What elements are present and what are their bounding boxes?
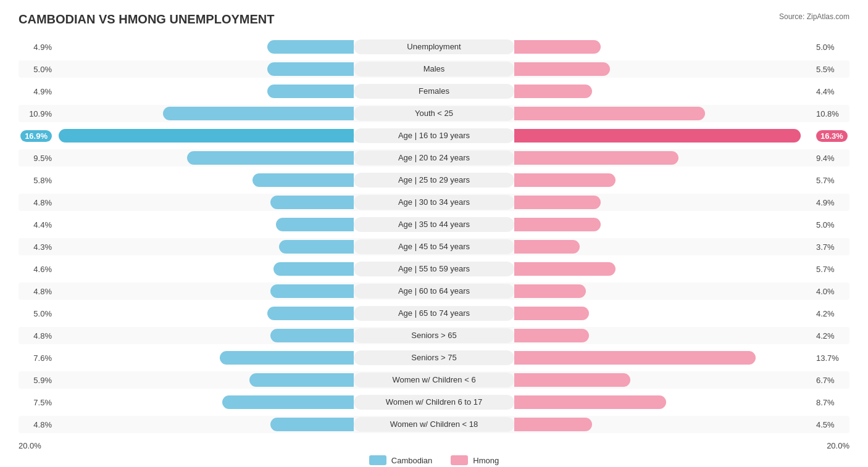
right-bar-wrap xyxy=(514,284,812,298)
left-bar xyxy=(279,240,354,254)
left-bar-wrap xyxy=(56,107,354,120)
left-value: 4.9% xyxy=(19,87,56,96)
left-bar xyxy=(267,307,354,320)
center-label: Women w/ Children 6 to 17 xyxy=(354,395,514,410)
right-bar-wrap xyxy=(514,395,812,409)
chart-row: 4.4% Age | 35 to 44 years 5.0% xyxy=(19,214,849,235)
right-value: 13.7% xyxy=(812,353,849,363)
right-value: 8.7% xyxy=(812,398,849,407)
row-inner: 4.8% Seniors > 65 4.2% xyxy=(19,327,849,344)
left-value: 4.4% xyxy=(19,220,56,229)
right-bar-wrap xyxy=(514,329,812,342)
left-bar-wrap xyxy=(56,62,354,76)
center-label: Age | 20 to 24 years xyxy=(354,151,514,165)
right-bar xyxy=(514,418,592,431)
right-bar xyxy=(514,173,616,187)
left-value: 7.5% xyxy=(19,398,56,407)
legend-cambodian: Cambodian xyxy=(369,455,433,465)
row-inner: 7.6% Seniors > 75 13.7% xyxy=(19,349,849,366)
right-bar xyxy=(514,218,601,231)
left-value: 4.9% xyxy=(19,43,56,52)
left-bar-wrap xyxy=(56,262,354,276)
chart-row: 7.6% Seniors > 75 13.7% xyxy=(19,347,849,368)
left-bar-wrap xyxy=(56,351,354,365)
left-value: 4.8% xyxy=(19,198,56,207)
center-label: Women w/ Children < 6 xyxy=(354,373,514,387)
right-bar-wrap xyxy=(514,85,812,98)
right-bar xyxy=(514,85,592,98)
row-inner: 7.5% Women w/ Children 6 to 17 8.7% xyxy=(19,394,849,411)
center-label: Males xyxy=(354,62,514,76)
right-value: 5.7% xyxy=(812,265,849,274)
left-value: 5.0% xyxy=(19,309,56,318)
chart-row: 4.8% Seniors > 65 4.2% xyxy=(19,325,849,346)
row-inner: 4.8% Age | 30 to 34 years 4.9% xyxy=(19,194,849,211)
left-value: 10.9% xyxy=(19,109,56,118)
right-bar-wrap xyxy=(514,307,812,320)
right-value: 5.0% xyxy=(812,43,849,52)
left-bar xyxy=(270,418,354,431)
right-bar-wrap xyxy=(514,62,812,76)
left-bar xyxy=(220,351,354,365)
right-bar xyxy=(514,373,630,387)
right-bar xyxy=(514,329,589,342)
left-bar-wrap xyxy=(56,418,354,431)
left-value: 5.9% xyxy=(19,376,56,385)
right-bar xyxy=(514,351,756,365)
right-bar xyxy=(514,107,705,120)
left-bar-wrap xyxy=(56,40,354,54)
center-label: Unemployment xyxy=(354,39,514,54)
left-bar-wrap xyxy=(56,173,354,187)
left-value: 4.8% xyxy=(19,287,56,296)
left-bar-wrap xyxy=(56,329,354,342)
right-bar-wrap xyxy=(514,240,812,254)
chart-row: 4.3% Age | 45 to 54 years 3.7% xyxy=(19,236,849,257)
right-value: 5.7% xyxy=(812,176,849,185)
right-bar-wrap xyxy=(514,40,812,54)
rows-area: 4.9% Unemployment 5.0% 5.0% xyxy=(19,36,849,435)
left-bar-wrap xyxy=(56,129,354,143)
left-bar xyxy=(273,262,354,276)
legend-cambodian-box xyxy=(369,455,386,465)
right-bar-wrap xyxy=(514,196,812,209)
center-label: Age | 16 to 19 years xyxy=(354,128,514,143)
center-label: Youth < 25 xyxy=(354,106,514,121)
center-label: Age | 60 to 64 years xyxy=(354,284,514,299)
right-bar xyxy=(514,307,589,320)
chart-row: 4.6% Age | 55 to 59 years 5.7% xyxy=(19,258,849,279)
right-value: 10.8% xyxy=(812,109,849,118)
right-bar xyxy=(514,40,601,54)
left-bar-wrap xyxy=(56,284,354,298)
chart-row: 5.0% Males 5.5% xyxy=(19,59,849,80)
right-bar-wrap xyxy=(514,173,812,187)
left-bar-wrap xyxy=(56,373,354,387)
right-value: 4.2% xyxy=(812,331,849,341)
left-bar xyxy=(276,218,354,231)
center-label: Age | 45 to 54 years xyxy=(354,239,514,254)
right-value: 3.7% xyxy=(812,242,849,252)
right-bar-wrap xyxy=(514,218,812,231)
right-bar xyxy=(514,284,586,298)
left-bar-wrap xyxy=(56,151,354,165)
chart-row: 16.9% Age | 16 to 19 years 16.3% xyxy=(19,125,849,146)
center-label: Seniors > 65 xyxy=(354,328,514,343)
center-label: Age | 30 to 34 years xyxy=(354,195,514,210)
left-value: 7.6% xyxy=(19,353,56,363)
right-value: 4.9% xyxy=(812,198,849,207)
right-value: 5.0% xyxy=(812,220,849,229)
row-inner: 4.8% Women w/ Children < 18 4.5% xyxy=(19,416,849,433)
left-bar xyxy=(187,151,354,165)
left-bar-wrap xyxy=(56,395,354,409)
legend-hmong-box xyxy=(451,455,468,465)
center-label: Age | 65 to 74 years xyxy=(354,306,514,321)
row-inner: 5.9% Women w/ Children < 6 6.7% xyxy=(19,371,849,389)
row-inner: 4.9% Unemployment 5.0% xyxy=(19,38,849,56)
left-bar xyxy=(249,373,354,387)
right-bar-wrap xyxy=(514,107,812,120)
chart-title: CAMBODIAN VS HMONG UNEMPLOYMENT xyxy=(19,12,274,27)
left-bar xyxy=(270,284,354,298)
left-bar xyxy=(222,395,354,409)
left-bar xyxy=(270,196,354,209)
left-value: 4.8% xyxy=(19,420,56,429)
right-value: 4.0% xyxy=(812,287,849,296)
